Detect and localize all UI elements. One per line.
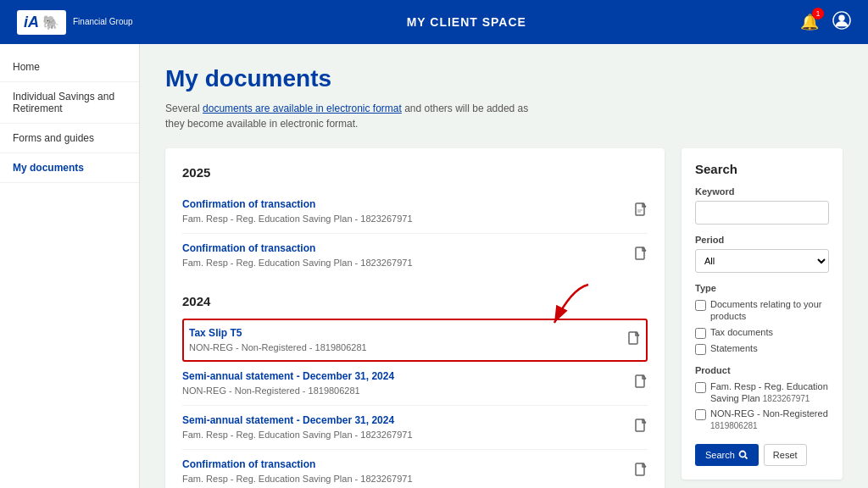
- type-checkbox-input-2[interactable]: [695, 344, 706, 355]
- doc-title-2025-1[interactable]: Confirmation of transaction: [182, 242, 626, 254]
- product-id-0: 1823267971: [763, 394, 810, 403]
- type-checkbox-label-0: Documents relating to your products: [710, 298, 829, 323]
- sidebar-item-savings[interactable]: Individual Savings and Retirement: [0, 82, 139, 124]
- doc-subtitle-2024-0: NON-REG - Non-Registered - 1819806281: [189, 342, 367, 352]
- search-panel-title: Search: [695, 162, 829, 176]
- type-checkbox-1: Tax documents: [695, 326, 829, 339]
- user-menu-button[interactable]: [832, 11, 851, 34]
- doc-item-2024-3: Confirmation of transaction Fam. Resp - …: [182, 450, 648, 488]
- sidebar: Home Individual Savings and Retirement F…: [0, 44, 140, 488]
- period-label: Period: [695, 235, 829, 245]
- logo-group-text: Financial Group: [73, 17, 133, 27]
- doc-file-icon-2025-0: [634, 202, 648, 221]
- type-label: Type: [695, 283, 829, 293]
- logo-area: iA 🐘 Financial Group: [17, 10, 133, 35]
- doc-file-icon-2024-1: [634, 374, 648, 393]
- sidebar-item-home[interactable]: Home: [0, 53, 139, 82]
- product-field-group: Product Fam. Resp - Reg. Education Savin…: [695, 365, 829, 432]
- doc-title-2024-1[interactable]: Semi-annual statement - December 31, 202…: [182, 370, 626, 382]
- doc-subtitle-2024-1: NON-REG - Non-Registered - 1819806281: [182, 385, 360, 396]
- documents-panel: 2025 Confirmation of transaction Fam. Re…: [165, 148, 665, 488]
- reset-button[interactable]: Reset: [764, 444, 807, 466]
- doc-info: Confirmation of transaction Fam. Resp - …: [182, 198, 626, 225]
- doc-file-icon-2024-2: [634, 419, 648, 437]
- period-select[interactable]: All 2025 2024 2023 2022: [695, 249, 829, 273]
- logo-elephant-icon: 🐘: [42, 14, 59, 30]
- search-buttons: Search Reset: [695, 444, 829, 466]
- product-checkbox-input-1[interactable]: [695, 409, 706, 420]
- doc-subtitle-2024-2: Fam. Resp - Reg. Education Saving Plan -…: [182, 430, 413, 440]
- keyword-input[interactable]: [695, 201, 829, 225]
- product-checkbox-0: Fam. Resp - Reg. Education Saving Plan 1…: [695, 380, 829, 405]
- type-field-group: Type Documents relating to your products…: [695, 283, 829, 355]
- sidebar-item-forms[interactable]: Forms and guides: [0, 124, 139, 153]
- main-layout: Home Individual Savings and Retirement F…: [0, 44, 868, 488]
- doc-subtitle-2025-0: Fam. Resp - Reg. Education Saving Plan -…: [182, 214, 413, 224]
- product-name-1: NON-REG - Non-Registered: [710, 408, 828, 419]
- doc-item-2025-0: Confirmation of transaction Fam. Resp - …: [182, 190, 648, 234]
- type-checkbox-2: Statements: [695, 342, 829, 355]
- type-checkbox-label-2: Statements: [710, 342, 758, 354]
- doc-info: Confirmation of transaction Fam. Resp - …: [182, 458, 626, 485]
- product-checkbox-1: NON-REG - Non-Registered 1819806281: [695, 408, 829, 432]
- type-checkbox-label-1: Tax documents: [710, 326, 773, 338]
- header-icons: 🔔 1: [800, 11, 851, 34]
- year-heading-2025: 2025: [182, 165, 648, 180]
- type-checkbox-0: Documents relating to your products: [695, 298, 829, 323]
- search-icon: [738, 450, 748, 460]
- doc-subtitle-2025-1: Fam. Resp - Reg. Education Saving Plan -…: [182, 258, 413, 268]
- product-checkbox-input-0[interactable]: [695, 382, 706, 393]
- product-checkbox-label-1: NON-REG - Non-Registered 1819806281: [710, 408, 829, 432]
- search-button[interactable]: Search: [695, 444, 759, 466]
- content-area: 2025 Confirmation of transaction Fam. Re…: [165, 148, 843, 488]
- doc-info: Tax Slip T5 NON-REG - Non-Registered - 1…: [189, 327, 619, 353]
- keyword-field-group: Keyword: [695, 186, 829, 225]
- doc-file-icon-2024-0: [627, 331, 641, 350]
- year-heading-2024: 2024: [182, 294, 648, 308]
- subtitle-link[interactable]: documents are available in electronic fo…: [203, 103, 402, 114]
- doc-title-2024-3[interactable]: Confirmation of transaction: [182, 458, 626, 470]
- svg-point-1: [838, 14, 844, 20]
- header: iA 🐘 Financial Group MY CLIENT SPACE 🔔 1: [0, 0, 868, 44]
- doc-file-icon-2024-3: [634, 463, 648, 481]
- header-title: MY CLIENT SPACE: [407, 15, 526, 29]
- type-checkbox-input-0[interactable]: [695, 300, 706, 311]
- doc-item-2025-1: Confirmation of transaction Fam. Resp - …: [182, 234, 648, 277]
- doc-item-2024-1: Semi-annual statement - December 31, 202…: [182, 362, 648, 406]
- search-button-label: Search: [705, 450, 735, 460]
- page-subtitle: Several documents are available in elect…: [165, 101, 530, 131]
- sidebar-item-documents[interactable]: My documents: [0, 153, 139, 183]
- main-content: My documents Several documents are avail…: [140, 44, 868, 488]
- subtitle-text: Several: [165, 103, 203, 114]
- doc-file-icon-2025-1: [634, 247, 648, 265]
- logo-box: iA 🐘: [17, 10, 66, 35]
- product-label: Product: [695, 365, 829, 375]
- doc-title-2024-2[interactable]: Semi-annual statement - December 31, 202…: [182, 414, 626, 426]
- doc-title-2025-0[interactable]: Confirmation of transaction: [182, 198, 626, 210]
- doc-info: Confirmation of transaction Fam. Resp - …: [182, 242, 626, 269]
- year-section-2024: 2024: [182, 294, 648, 488]
- doc-title-2024-0[interactable]: Tax Slip T5: [189, 327, 619, 339]
- search-panel: Search Keyword Period All 2025 2024 2023…: [682, 148, 843, 480]
- product-id-1: 1819806281: [710, 421, 758, 430]
- period-field-group: Period All 2025 2024 2023 2022: [695, 235, 829, 273]
- page-title: My documents: [165, 65, 843, 92]
- doc-info: Semi-annual statement - December 31, 202…: [182, 370, 626, 396]
- keyword-label: Keyword: [695, 186, 829, 197]
- year-section-2025: 2025 Confirmation of transaction Fam. Re…: [182, 165, 648, 277]
- notification-badge: 1: [812, 8, 824, 19]
- doc-subtitle-2024-3: Fam. Resp - Reg. Education Saving Plan -…: [182, 474, 413, 484]
- notification-button[interactable]: 🔔 1: [800, 13, 819, 31]
- doc-item-2024-2: Semi-annual statement - December 31, 202…: [182, 406, 648, 450]
- product-checkbox-label-0: Fam. Resp - Reg. Education Saving Plan 1…: [710, 380, 829, 405]
- type-checkbox-input-1[interactable]: [695, 328, 706, 339]
- doc-info: Semi-annual statement - December 31, 202…: [182, 414, 626, 441]
- doc-item-2024-0: Tax Slip T5 NON-REG - Non-Registered - 1…: [182, 319, 648, 362]
- svg-point-9: [739, 451, 745, 457]
- logo-ia-text: iA: [24, 14, 39, 31]
